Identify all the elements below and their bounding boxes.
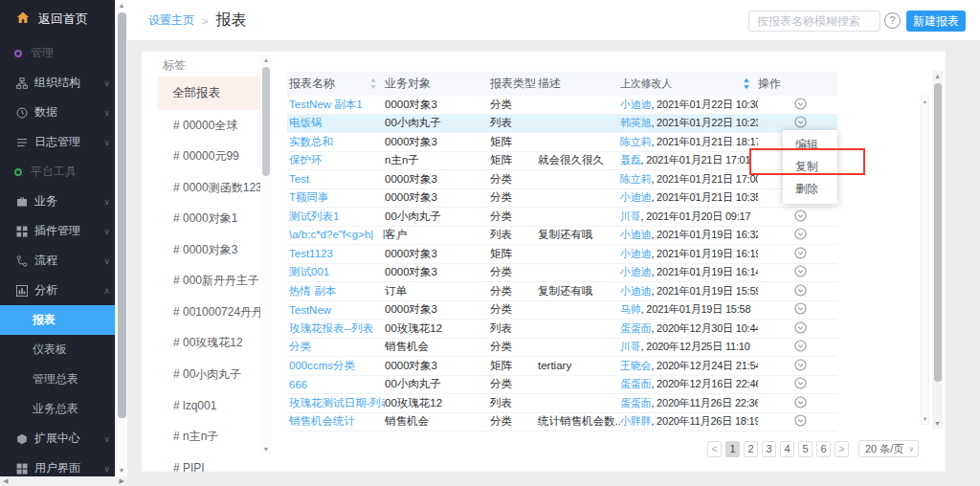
page-size-select[interactable]: 20 条/页 ∨ [858,440,919,457]
tag-item[interactable]: # 00000元99 [158,142,261,173]
table-row[interactable]: 000ccms分类0000对象3矩阵tertiary王晓会, 2020年12月2… [287,357,837,376]
report-name-link[interactable]: 666 [289,379,307,390]
tag-item[interactable]: # 000新丹丹主子 [158,266,261,298]
table-row[interactable]: TestNew 副本10000对象3分类小迪迪, 2021年01月22日 10:… [287,96,837,115]
page-button-1[interactable]: 1 [725,441,740,457]
tag-item[interactable]: # 001000724丹丹... [158,297,261,328]
tags-scrollbar[interactable]: ▲ ▼ [260,55,272,454]
table-row[interactable]: 玫瑰花报表--列表00玫瑰花12列表蛋蛋面, 2020年12月30日 10:44 [287,320,837,339]
sort-icon[interactable] [369,77,377,90]
table-row[interactable]: 销售机会统计销售机会分类统计销售机会数...小胖胖, 2020年11月26日 1… [287,413,837,432]
sidebar-item-platform-tools[interactable]: 平台工具 [0,157,115,187]
row-actions-icon[interactable] [794,340,807,352]
report-name-link[interactable]: 实数总和 [289,135,333,149]
report-name-link[interactable]: 玫瑰花报表--列表 [289,321,373,336]
table-row[interactable]: 测试0010000对象3分类小迪迪, 2021年01月19日 16:14 [287,264,837,283]
table-scrollbar[interactable]: ▲ ▼ [921,96,929,425]
sidebar-scrollbar-thumb[interactable] [118,12,126,418]
sidebar-item-admin[interactable]: 管理 [0,38,115,68]
row-actions-icon[interactable] [794,321,807,334]
prev-page-button[interactable]: < [707,441,722,457]
sort-icon-active[interactable] [743,77,750,90]
row-actions-icon[interactable] [794,414,807,427]
sidebar-item-plugin-management[interactable]: 插件管理∨ [0,216,115,246]
report-name-link[interactable]: 电饭锅 [289,116,323,130]
modifier-link[interactable]: 小迪迪 [620,99,651,110]
tag-item[interactable]: # PIPI [158,453,261,473]
scroll-up-icon[interactable]: ▲ [116,0,127,11]
modifier-link[interactable]: 蛋蛋面 [620,397,651,409]
report-name-link[interactable]: 热情 副本 [289,284,336,298]
tag-item-all-reports[interactable]: 全部报表 [158,77,261,110]
tag-item[interactable]: # 00小肉丸子 [158,359,261,390]
row-actions-icon[interactable] [794,284,807,297]
report-name-link[interactable]: Test [289,173,309,185]
report-name-link[interactable]: TestNew [289,304,331,316]
modifier-link[interactable]: 小迪迪 [620,229,651,240]
sidebar-item-dashboard[interactable]: 仪表板 [0,335,115,364]
content-scrollbar[interactable]: ▲ ▼ [932,71,943,429]
sidebar-item-business-summary[interactable]: 业务总表 [0,394,115,424]
page-button-4[interactable]: 4 [780,441,794,457]
table-row[interactable]: T额同事0000对象3分类小迪迪, 2021年01月21日 10:35 [287,189,837,209]
report-name-link[interactable]: T额同事 [289,190,329,205]
row-actions-icon[interactable] [794,98,807,110]
modifier-link[interactable]: 陈立莉 [620,136,651,147]
tag-item[interactable]: # 00000全球 [158,110,261,142]
sidebar-item-analysis[interactable]: 分析∧ [0,276,115,305]
row-actions-icon[interactable] [794,377,807,389]
scroll-up-icon[interactable]: ▲ [932,71,943,81]
scroll-down-icon[interactable]: ▼ [922,414,928,424]
page-button-3[interactable]: 3 [762,441,776,457]
modifier-link[interactable]: 小迪迪 [620,266,651,277]
sidebar-item-business[interactable]: 业务∨ [0,187,115,216]
sidebar-hscrollbar[interactable]: ◀ ▶ [0,476,127,486]
modifier-link[interactable]: 川哥 [620,341,641,352]
scroll-up-icon[interactable]: ▲ [260,55,272,65]
modifier-link[interactable]: 韩英旭 [620,117,651,128]
breadcrumb-home-link[interactable]: 设置主页 [148,12,194,29]
modifier-link[interactable]: 蛋蛋面 [620,322,651,334]
modifier-link[interactable]: 蛋蛋面 [620,378,651,389]
sidebar-item-extension-center[interactable]: 扩展中心∨ [0,424,115,453]
scroll-right-icon[interactable]: ▶ [120,477,124,485]
report-name-link[interactable]: \a/b:c*d?e"f<g>h| 【... [289,228,385,242]
page-button-5[interactable]: 5 [798,441,813,457]
sidebar-item-workflow[interactable]: 流程∨ [0,246,115,276]
report-name-link[interactable]: 分类 [289,340,311,354]
sidebar-item-data[interactable]: 数据∨ [0,98,115,127]
report-name-link[interactable]: 测试列表1 [289,210,339,224]
table-row[interactable]: 热情 副本订单分类复制还有哦小迪迪, 2021年01月19日 15:59 [287,282,837,301]
row-actions-icon[interactable] [794,116,807,128]
tag-item[interactable]: # lzq001 [158,390,261,422]
row-actions-icon[interactable] [794,210,807,222]
scroll-down-icon[interactable]: ▼ [260,444,272,454]
modifier-link[interactable]: 小胖胖 [620,415,651,427]
help-icon[interactable]: ? [884,12,901,29]
modifier-link[interactable]: 聂磊 [620,154,641,166]
table-row[interactable]: 玫瑰花测试日期-列表00玫瑰花12列表蛋蛋面, 2020年11月26日 22:3… [287,394,837,413]
tag-item[interactable]: # 0000对象1 [158,204,261,235]
tags-scrollbar-thumb[interactable] [262,67,270,176]
tag-item[interactable]: # 0000测函数123 [158,172,261,204]
row-actions-icon[interactable] [794,265,807,277]
row-actions-icon[interactable] [794,359,807,371]
next-page-button[interactable]: > [835,441,849,457]
table-row[interactable]: TestNew0000对象3分类马帅, 2021年01月19日 15:58 [287,301,837,320]
table-row[interactable]: \a/b:c*d?e"f<g>h| 【...客户列表复制还有哦小迪迪, 2021… [287,227,837,246]
modifier-link[interactable]: 马帅 [620,303,641,315]
tag-item[interactable]: # 00玫瑰花12 [158,328,261,360]
sidebar-item-org-structure[interactable]: 组织结构∨ [0,68,115,98]
tag-item[interactable]: # n主n子 [158,421,261,453]
scroll-up-icon[interactable]: ▲ [922,97,928,106]
page-button-2[interactable]: 2 [744,441,758,457]
sidebar-item-reports[interactable]: 报表 [0,305,115,335]
tag-item[interactable]: # 0000对象3 [158,234,261,266]
table-row[interactable]: 66600小肉丸子分类蛋蛋面, 2020年12月16日 22:46 [287,376,837,395]
scroll-down-icon[interactable]: ▼ [932,418,943,429]
table-row[interactable]: Test11230000对象3矩阵小迪迪, 2021年01月19日 16:19 [287,245,837,264]
report-name-link[interactable]: 销售机会统计 [289,414,355,429]
table-row[interactable]: 电饭锅00小肉丸子列表韩英旭, 2021年01月22日 10:23 [287,115,837,134]
row-actions-icon[interactable] [794,228,807,240]
row-actions-icon[interactable] [794,247,807,259]
